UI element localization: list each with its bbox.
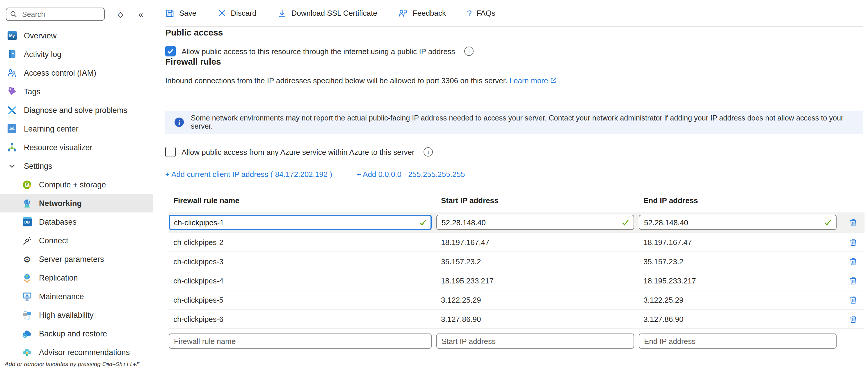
- discard-icon: [217, 9, 226, 18]
- sidebar-item-diagnose[interactable]: Diagnose and solve problems: [0, 101, 153, 119]
- sidebar-item-backup-restore[interactable]: Backup and restore: [0, 324, 153, 343]
- sidebar-item-label: Activity log: [24, 50, 61, 59]
- azure-services-checkbox[interactable]: [165, 147, 176, 157]
- collapse-sidebar-icon[interactable]: «: [138, 9, 142, 19]
- rule-name-cell: ch-clickpipes-4: [169, 276, 432, 285]
- discard-label: Discard: [231, 9, 256, 18]
- learning-center-icon: 101: [7, 124, 17, 133]
- favorites-shortcut: Cmd+Shift+F: [102, 361, 140, 367]
- sidebar-item-label: Replication: [39, 273, 78, 282]
- valid-check-icon: [419, 218, 427, 226]
- sidebar-item-label: Tags: [24, 87, 40, 96]
- add-all-ips-link[interactable]: + Add 0.0.0.0 - 255.255.255.255: [356, 170, 465, 179]
- sidebar-item-access-control[interactable]: Access control (IAM): [0, 63, 153, 82]
- trash-icon: [848, 315, 857, 323]
- column-header-rule-name: Firewall rule name: [169, 196, 432, 205]
- sidebar-item-label: Connect: [39, 236, 68, 245]
- end-ip-cell: 3.127.86.90: [639, 315, 837, 323]
- info-banner: i Some network environments may not repo…: [165, 111, 863, 134]
- sidebar-item-label: High availability: [39, 310, 94, 319]
- delete-rule-button[interactable]: [846, 254, 860, 268]
- sidebar-item-learning-center[interactable]: 101 Learning center: [0, 119, 153, 138]
- start-ip-input[interactable]: [436, 215, 634, 230]
- feedback-icon: [398, 8, 408, 18]
- trash-icon: [848, 218, 857, 227]
- public-access-heading: Public access: [165, 27, 863, 37]
- end-ip-input[interactable]: [639, 215, 837, 230]
- firewall-rule-row: ch-clickpipes-6 3.127.86.90 3.127.86.90: [169, 309, 865, 328]
- end-ip-cell: 35.157.23.2: [639, 257, 837, 266]
- sidebar-item-tags[interactable]: Tags: [0, 82, 153, 101]
- sidebar-search-row: ◇ «: [6, 7, 148, 21]
- end-ip-cell: 3.122.25.29: [639, 296, 837, 304]
- search-input[interactable]: [21, 9, 101, 19]
- delete-rule-button[interactable]: [846, 215, 860, 229]
- server-parameters-gear-icon: ⚙: [22, 254, 32, 264]
- azure-services-checkbox-label: Allow public access from any Azure servi…: [182, 148, 414, 156]
- delete-rule-button[interactable]: [846, 293, 860, 307]
- info-icon[interactable]: i: [464, 47, 473, 56]
- rule-name-cell: ch-clickpipes-6: [169, 315, 432, 323]
- diamond-icon[interactable]: ◇: [118, 10, 123, 19]
- sidebar-item-server-parameters[interactable]: ⚙ Server parameters: [0, 250, 153, 268]
- networking-icon: [22, 198, 32, 208]
- discard-button[interactable]: Discard: [217, 9, 256, 18]
- sidebar-item-databases[interactable]: DB Databases: [0, 212, 153, 231]
- firewall-rule-row-new: [169, 328, 865, 350]
- high-availability-icon: [22, 310, 32, 320]
- diagnose-tools-icon: [7, 105, 17, 115]
- checkmark-icon: [167, 48, 174, 55]
- sidebar-item-activity-log[interactable]: Activity log: [0, 45, 153, 63]
- learn-more-link[interactable]: Learn more: [509, 76, 557, 85]
- delete-rule-button[interactable]: [846, 274, 860, 287]
- info-icon[interactable]: i: [424, 147, 433, 157]
- tags-icon: [7, 86, 17, 96]
- sidebar-item-advisor[interactable]: Advisor recommendations: [0, 343, 153, 362]
- external-link-icon: [550, 77, 557, 84]
- sidebar-item-label: Access control (IAM): [24, 68, 96, 77]
- svg-text:$: $: [26, 182, 28, 187]
- rule-name-cell: ch-clickpipes-5: [169, 296, 432, 304]
- sidebar-item-resource-visualizer[interactable]: Resource visualizer: [0, 138, 153, 157]
- delete-rule-button[interactable]: [846, 235, 860, 249]
- column-header-end-ip: End IP address: [639, 196, 837, 205]
- maintenance-icon: [22, 291, 32, 301]
- sidebar-item-connect[interactable]: Connect: [0, 231, 153, 250]
- valid-check-icon: [621, 218, 629, 226]
- faqs-button[interactable]: ? FAQs: [467, 8, 495, 18]
- new-start-ip-input[interactable]: [436, 334, 634, 349]
- sidebar-item-label: Compute + storage: [39, 180, 106, 189]
- download-ssl-certificate-button[interactable]: Download SSL Certificate: [277, 8, 377, 18]
- end-ip-cell: 18.195.233.217: [639, 276, 837, 285]
- new-end-ip-input[interactable]: [639, 334, 837, 349]
- download-label: Download SSL Certificate: [291, 9, 377, 18]
- firewall-rule-row: ch-clickpipes-3 35.157.23.2 35.157.23.2: [169, 251, 865, 271]
- rule-name-cell: ch-clickpipes-3: [169, 257, 432, 266]
- search-box[interactable]: [6, 7, 105, 21]
- resource-visualizer-icon: [7, 142, 17, 152]
- sidebar-item-replication[interactable]: Replication: [0, 268, 153, 287]
- save-button[interactable]: Save: [165, 8, 196, 18]
- feedback-button[interactable]: Feedback: [398, 8, 446, 18]
- delete-rule-button[interactable]: [846, 312, 860, 326]
- sidebar-item-high-availability[interactable]: High availability: [0, 306, 153, 324]
- add-client-ip-link[interactable]: + Add current client IP address ( 84.172…: [165, 170, 332, 179]
- sidebar-group-label: Settings: [24, 161, 52, 170]
- sidebar-item-label: Learning center: [24, 124, 79, 133]
- azure-services-checkbox-row: Allow public access from any Azure servi…: [165, 147, 863, 157]
- sidebar-item-overview[interactable]: My Overview: [0, 26, 153, 45]
- connect-plug-icon: [22, 236, 32, 245]
- replication-globe-icon: [22, 273, 32, 283]
- sidebar-item-label: Databases: [39, 217, 76, 226]
- sidebar-item-maintenance[interactable]: Maintenance: [0, 287, 153, 306]
- sidebar-group-settings[interactable]: Settings: [0, 157, 153, 175]
- trash-icon: [848, 257, 857, 266]
- trash-icon: [848, 296, 857, 304]
- rule-name-input[interactable]: [169, 215, 432, 230]
- save-label: Save: [179, 9, 196, 18]
- public-access-checkbox[interactable]: [165, 46, 176, 57]
- sidebar-item-compute-storage[interactable]: $ Compute + storage: [0, 175, 153, 194]
- sidebar-item-networking[interactable]: Networking: [0, 194, 153, 212]
- new-rule-name-input[interactable]: [169, 334, 432, 349]
- sidebar-item-label: Diagnose and solve problems: [24, 105, 127, 114]
